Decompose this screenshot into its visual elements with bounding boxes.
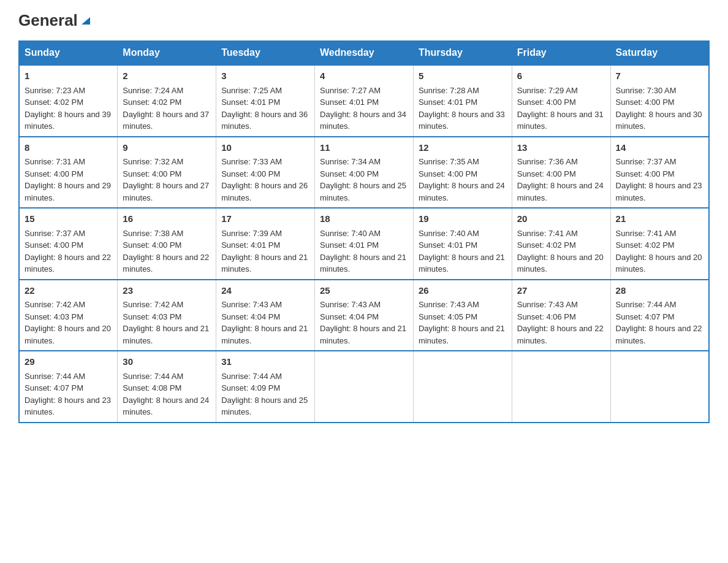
svg-marker-0 — [82, 17, 90, 25]
calendar-cell: 28Sunrise: 7:44 AMSunset: 4:07 PMDayligh… — [610, 280, 709, 351]
calendar-cell: 14Sunrise: 7:37 AMSunset: 4:00 PMDayligh… — [610, 137, 709, 209]
day-info: Sunrise: 7:39 AMSunset: 4:01 PMDaylight:… — [221, 229, 308, 274]
day-info: Sunrise: 7:23 AMSunset: 4:02 PMDaylight:… — [25, 86, 111, 131]
logo: General — [18, 12, 93, 29]
day-info: Sunrise: 7:43 AMSunset: 4:04 PMDaylight:… — [221, 300, 308, 345]
calendar-cell — [610, 351, 709, 423]
day-number: 21 — [616, 212, 703, 226]
calendar-cell: 30Sunrise: 7:44 AMSunset: 4:08 PMDayligh… — [118, 351, 216, 423]
day-info: Sunrise: 7:43 AMSunset: 4:04 PMDaylight:… — [320, 300, 406, 345]
col-header-monday: Monday — [118, 41, 216, 66]
day-info: Sunrise: 7:38 AMSunset: 4:00 PMDaylight:… — [123, 229, 209, 274]
day-number: 26 — [419, 284, 507, 298]
day-number: 24 — [221, 284, 309, 298]
calendar-cell: 4Sunrise: 7:27 AMSunset: 4:01 PMDaylight… — [315, 65, 414, 137]
calendar-table: SundayMondayTuesdayWednesdayThursdayFrid… — [18, 40, 710, 423]
col-header-sunday: Sunday — [19, 41, 118, 66]
day-info: Sunrise: 7:40 AMSunset: 4:01 PMDaylight:… — [419, 229, 505, 274]
day-info: Sunrise: 7:44 AMSunset: 4:08 PMDaylight:… — [123, 372, 209, 417]
calendar-cell: 2Sunrise: 7:24 AMSunset: 4:02 PMDaylight… — [118, 65, 216, 137]
day-number: 18 — [320, 212, 408, 226]
day-info: Sunrise: 7:32 AMSunset: 4:00 PMDaylight:… — [123, 157, 209, 202]
day-info: Sunrise: 7:40 AMSunset: 4:01 PMDaylight:… — [320, 229, 406, 274]
day-info: Sunrise: 7:43 AMSunset: 4:05 PMDaylight:… — [419, 300, 505, 345]
day-number: 11 — [320, 141, 408, 155]
day-info: Sunrise: 7:34 AMSunset: 4:00 PMDaylight:… — [320, 157, 406, 202]
calendar-cell: 24Sunrise: 7:43 AMSunset: 4:04 PMDayligh… — [216, 280, 315, 351]
day-info: Sunrise: 7:44 AMSunset: 4:07 PMDaylight:… — [616, 300, 702, 345]
col-header-friday: Friday — [512, 41, 610, 66]
day-number: 1 — [25, 69, 112, 83]
calendar-week-row: 22Sunrise: 7:42 AMSunset: 4:03 PMDayligh… — [19, 280, 709, 351]
day-info: Sunrise: 7:35 AMSunset: 4:00 PMDaylight:… — [419, 157, 505, 202]
day-number: 20 — [517, 212, 605, 226]
calendar-cell — [512, 351, 610, 423]
day-info: Sunrise: 7:42 AMSunset: 4:03 PMDaylight:… — [123, 300, 209, 345]
day-info: Sunrise: 7:36 AMSunset: 4:00 PMDaylight:… — [517, 157, 604, 202]
calendar-cell: 17Sunrise: 7:39 AMSunset: 4:01 PMDayligh… — [216, 208, 315, 280]
day-number: 13 — [517, 141, 605, 155]
calendar-cell: 3Sunrise: 7:25 AMSunset: 4:01 PMDaylight… — [216, 65, 315, 137]
calendar-cell: 29Sunrise: 7:44 AMSunset: 4:07 PMDayligh… — [19, 351, 118, 423]
calendar-cell: 7Sunrise: 7:30 AMSunset: 4:00 PMDaylight… — [610, 65, 709, 137]
calendar-cell: 8Sunrise: 7:31 AMSunset: 4:00 PMDaylight… — [19, 137, 118, 209]
calendar-cell: 11Sunrise: 7:34 AMSunset: 4:00 PMDayligh… — [315, 137, 414, 209]
calendar-cell: 20Sunrise: 7:41 AMSunset: 4:02 PMDayligh… — [512, 208, 610, 280]
day-number: 17 — [221, 212, 309, 226]
calendar-cell: 6Sunrise: 7:29 AMSunset: 4:00 PMDaylight… — [512, 65, 610, 137]
calendar-week-row: 1Sunrise: 7:23 AMSunset: 4:02 PMDaylight… — [19, 65, 709, 137]
col-header-saturday: Saturday — [610, 41, 709, 66]
logo-name: General — [18, 12, 93, 28]
calendar-week-row: 15Sunrise: 7:37 AMSunset: 4:00 PMDayligh… — [19, 208, 709, 280]
calendar-cell: 5Sunrise: 7:28 AMSunset: 4:01 PMDaylight… — [413, 65, 512, 137]
calendar-cell: 31Sunrise: 7:44 AMSunset: 4:09 PMDayligh… — [216, 351, 315, 423]
day-info: Sunrise: 7:44 AMSunset: 4:09 PMDaylight:… — [221, 372, 308, 417]
calendar-cell — [413, 351, 512, 423]
day-number: 9 — [123, 141, 211, 155]
col-header-tuesday: Tuesday — [216, 41, 315, 66]
day-number: 19 — [419, 212, 507, 226]
calendar-cell: 10Sunrise: 7:33 AMSunset: 4:00 PMDayligh… — [216, 137, 315, 209]
calendar-week-row: 29Sunrise: 7:44 AMSunset: 4:07 PMDayligh… — [19, 351, 709, 423]
page-header: General — [18, 12, 710, 29]
calendar-cell: 13Sunrise: 7:36 AMSunset: 4:00 PMDayligh… — [512, 137, 610, 209]
day-number: 8 — [25, 141, 112, 155]
day-number: 3 — [221, 69, 309, 83]
day-info: Sunrise: 7:37 AMSunset: 4:00 PMDaylight:… — [25, 229, 111, 274]
calendar-cell — [315, 351, 414, 423]
day-number: 10 — [221, 141, 309, 155]
calendar-cell: 9Sunrise: 7:32 AMSunset: 4:00 PMDaylight… — [118, 137, 216, 209]
calendar-cell: 16Sunrise: 7:38 AMSunset: 4:00 PMDayligh… — [118, 208, 216, 280]
day-number: 31 — [221, 355, 309, 369]
day-info: Sunrise: 7:28 AMSunset: 4:01 PMDaylight:… — [419, 86, 505, 131]
calendar-cell: 15Sunrise: 7:37 AMSunset: 4:00 PMDayligh… — [19, 208, 118, 280]
day-number: 4 — [320, 69, 408, 83]
day-number: 6 — [517, 69, 605, 83]
calendar-cell: 18Sunrise: 7:40 AMSunset: 4:01 PMDayligh… — [315, 208, 414, 280]
calendar-header-row: SundayMondayTuesdayWednesdayThursdayFrid… — [19, 41, 709, 66]
day-info: Sunrise: 7:33 AMSunset: 4:00 PMDaylight:… — [221, 157, 308, 202]
day-number: 2 — [123, 69, 211, 83]
calendar-cell: 1Sunrise: 7:23 AMSunset: 4:02 PMDaylight… — [19, 65, 118, 137]
day-number: 12 — [419, 141, 507, 155]
calendar-cell: 26Sunrise: 7:43 AMSunset: 4:05 PMDayligh… — [413, 280, 512, 351]
day-number: 5 — [419, 69, 507, 83]
day-info: Sunrise: 7:31 AMSunset: 4:00 PMDaylight:… — [25, 157, 111, 202]
calendar-cell: 21Sunrise: 7:41 AMSunset: 4:02 PMDayligh… — [610, 208, 709, 280]
col-header-thursday: Thursday — [413, 41, 512, 66]
calendar-week-row: 8Sunrise: 7:31 AMSunset: 4:00 PMDaylight… — [19, 137, 709, 209]
calendar-cell: 22Sunrise: 7:42 AMSunset: 4:03 PMDayligh… — [19, 280, 118, 351]
day-number: 15 — [25, 212, 112, 226]
day-info: Sunrise: 7:41 AMSunset: 4:02 PMDaylight:… — [616, 229, 702, 274]
day-number: 23 — [123, 284, 211, 298]
day-info: Sunrise: 7:25 AMSunset: 4:01 PMDaylight:… — [221, 86, 308, 131]
day-number: 28 — [616, 284, 703, 298]
col-header-wednesday: Wednesday — [315, 41, 414, 66]
calendar-cell: 27Sunrise: 7:43 AMSunset: 4:06 PMDayligh… — [512, 280, 610, 351]
day-number: 29 — [25, 355, 112, 369]
day-info: Sunrise: 7:27 AMSunset: 4:01 PMDaylight:… — [320, 86, 406, 131]
day-number: 16 — [123, 212, 211, 226]
day-info: Sunrise: 7:29 AMSunset: 4:00 PMDaylight:… — [517, 86, 604, 131]
calendar-cell: 19Sunrise: 7:40 AMSunset: 4:01 PMDayligh… — [413, 208, 512, 280]
day-info: Sunrise: 7:42 AMSunset: 4:03 PMDaylight:… — [25, 300, 111, 345]
